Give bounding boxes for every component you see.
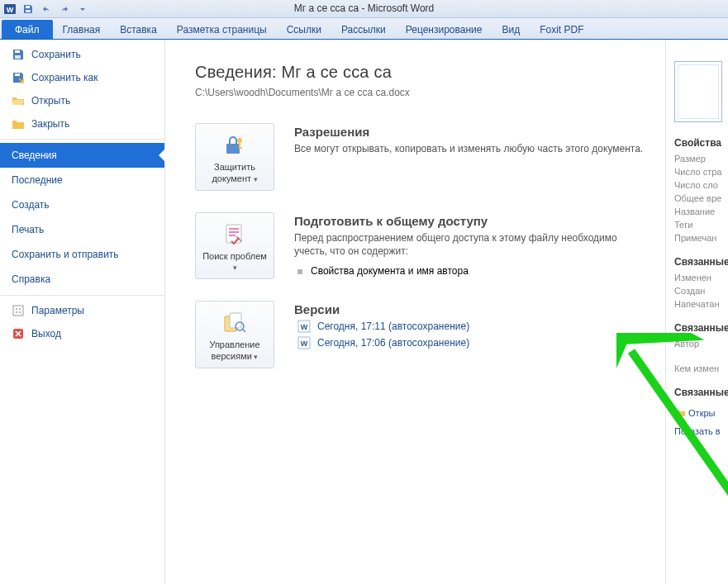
nav-label: Сохранить и отправить — [12, 249, 119, 260]
svg-rect-5 — [15, 55, 21, 59]
svg-rect-16 — [239, 147, 242, 149]
word-doc-icon: W — [297, 320, 311, 333]
properties-panel: Свойства Размер Число стра Число сло Общ… — [665, 40, 728, 584]
prop-size: Размер — [674, 154, 728, 164]
show-all-properties-link[interactable]: Показать в — [674, 426, 728, 436]
titlebar: W Mг а се сса са - Microsoft Word — [0, 0, 728, 18]
prepare-text: Перед распространением общего доступа к … — [294, 231, 649, 259]
svg-text:W: W — [301, 339, 308, 348]
redo-icon[interactable] — [58, 2, 71, 16]
versions-icon — [221, 310, 248, 336]
prop-printed: Напечатан — [674, 299, 728, 309]
related-people-heading: Связанные — [674, 322, 728, 334]
document-thumbnail[interactable] — [674, 61, 722, 122]
prop-lastmodby: Кем измен — [674, 363, 728, 373]
version-item[interactable]: W Сегодня, 17:11 (автосохранение) — [297, 320, 649, 333]
prop-words: Число сло — [674, 180, 728, 190]
svg-text:W: W — [7, 6, 14, 14]
prepare-bullet: Свойства документа и имя автора — [297, 265, 649, 277]
nav-label: Печать — [12, 224, 44, 235]
nav-label: Сохранить — [31, 49, 81, 60]
svg-rect-7 — [13, 306, 23, 316]
nav-save[interactable]: Сохранить — [0, 43, 164, 66]
nav-exit[interactable]: Выход — [0, 322, 164, 345]
manage-versions-button[interactable]: Управление версиями — [195, 301, 274, 368]
tab-refs[interactable]: Ссылки — [277, 20, 331, 39]
window-title: Mг а се сса са - Microsoft Word — [294, 2, 435, 14]
folder-close-icon — [12, 117, 25, 131]
svg-point-9 — [19, 308, 21, 310]
ribbon-tabs: Файл Главная Вставка Разметка страницы С… — [0, 18, 728, 40]
tab-view[interactable]: Вид — [492, 20, 530, 39]
versions-title: Версии — [294, 302, 649, 316]
prepare-section: Поиск проблем Подготовить к общему досту… — [195, 212, 665, 280]
word-app-icon: W — [3, 2, 17, 16]
save-as-icon — [12, 71, 25, 84]
version-item[interactable]: W Сегодня, 17:06 (автосохранение) — [297, 336, 649, 349]
nav-recent[interactable]: Последние — [0, 168, 164, 192]
svg-rect-6 — [15, 74, 20, 76]
button-label: Поиск проблем — [201, 251, 269, 274]
prepare-title: Подготовить к общему доступу — [294, 214, 649, 228]
nav-label: Закрыть — [31, 118, 69, 130]
info-heading: Сведения: Mг а се сса са — [195, 63, 665, 82]
properties-heading[interactable]: Свойства — [674, 137, 728, 149]
nav-save-as[interactable]: Сохранить как — [0, 66, 164, 89]
prop-name: Название — [674, 207, 728, 216]
inspect-icon — [221, 221, 248, 248]
tab-layout[interactable]: Разметка страницы — [167, 20, 277, 39]
nav-label: Сохранить как — [31, 72, 98, 83]
tab-home[interactable]: Главная — [53, 20, 111, 39]
save-icon[interactable] — [21, 2, 35, 16]
related-docs-heading: Связанные — [674, 387, 728, 398]
svg-point-10 — [16, 311, 17, 313]
nav-help[interactable]: Справка — [0, 267, 164, 292]
svg-rect-3 — [26, 10, 31, 12]
bullet-text: Свойства документа и имя автора — [311, 265, 469, 277]
tab-foxit[interactable]: Foxit PDF — [530, 20, 593, 39]
check-issues-button[interactable]: Поиск проблем — [195, 212, 274, 280]
prop-comments: Примечан — [674, 233, 728, 243]
link-text: Откры — [688, 408, 715, 418]
nav-label: Открыть — [31, 95, 70, 107]
word-doc-icon: W — [297, 336, 311, 349]
prop-modified: Изменен — [674, 273, 728, 283]
version-label: Сегодня, 17:11 (автосохранение) — [317, 320, 469, 332]
undo-icon[interactable] — [40, 2, 53, 16]
qat-dropdown-icon[interactable] — [76, 2, 89, 16]
quick-access-toolbar: W — [0, 2, 89, 16]
svg-rect-13 — [226, 144, 240, 154]
nav-options[interactable]: Параметры — [0, 299, 164, 322]
document-path: C:\Users\woodh\Documents\Mг а се сса са.… — [195, 87, 665, 98]
open-file-location-link[interactable]: Откры — [674, 406, 728, 418]
tab-mail[interactable]: Рассылки — [331, 20, 396, 39]
nav-new[interactable]: Создать — [0, 192, 164, 217]
prop-edittime: Общее вре — [674, 193, 728, 203]
nav-label: Параметры — [31, 305, 84, 316]
protect-document-button[interactable]: Защитить документ — [195, 123, 274, 191]
folder-open-icon — [12, 94, 25, 107]
tab-file[interactable]: Файл — [2, 20, 53, 39]
save-icon — [12, 48, 25, 61]
nav-print[interactable]: Печать — [0, 217, 164, 242]
nav-info[interactable]: Сведения — [0, 143, 164, 168]
prop-tags: Теги — [674, 220, 728, 230]
nav-label: Последние — [12, 174, 63, 186]
nav-open[interactable]: Открыть — [0, 89, 164, 112]
prop-created: Создан — [674, 286, 728, 296]
options-icon — [12, 304, 25, 317]
nav-close[interactable]: Закрыть — [0, 112, 164, 135]
nav-label: Создать — [12, 199, 50, 211]
related-dates-heading: Связанные — [674, 256, 728, 268]
info-pane: Сведения: Mг а се сса са C:\Users\woodh\… — [165, 40, 665, 584]
svg-rect-17 — [226, 225, 241, 243]
button-label: Защитить документ — [201, 162, 269, 185]
permissions-section: Защитить документ Разрешения Все могут о… — [195, 123, 665, 191]
tab-insert[interactable]: Вставка — [110, 20, 167, 39]
exit-icon — [12, 327, 25, 340]
nav-send-save[interactable]: Сохранить и отправить — [0, 242, 164, 267]
svg-point-8 — [16, 308, 17, 310]
permissions-title: Разрешения — [294, 125, 649, 139]
permissions-text: Все могут открывать, копировать и изменя… — [294, 142, 649, 156]
tab-review[interactable]: Рецензирование — [396, 20, 492, 39]
